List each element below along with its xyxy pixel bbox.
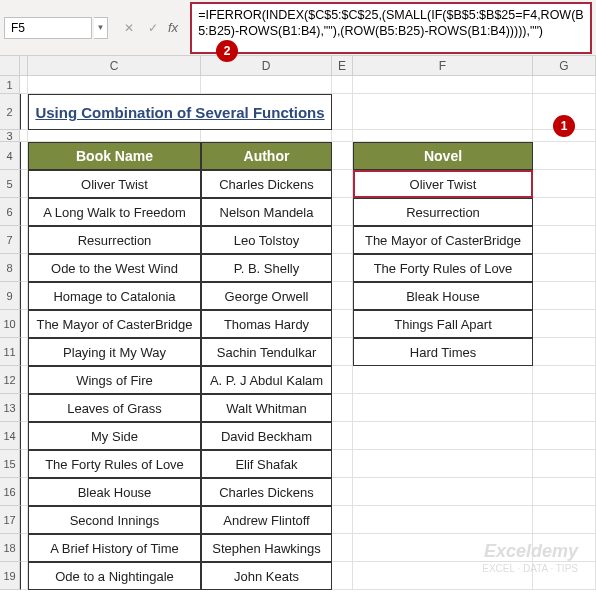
cell[interactable]	[533, 254, 596, 282]
cell-author[interactable]: Charles Dickens	[201, 478, 332, 506]
col-header-C[interactable]: C	[28, 56, 201, 76]
cell[interactable]	[20, 254, 28, 282]
cell[interactable]	[20, 394, 28, 422]
cell-novel[interactable]: The Mayor of CasterBridge	[353, 226, 533, 254]
cell-novel[interactable]	[353, 366, 533, 394]
col-header-B[interactable]	[20, 56, 28, 76]
cell-book[interactable]: The Mayor of CasterBridge	[28, 310, 201, 338]
cell-author[interactable]: A. P. J Abdul Kalam	[201, 366, 332, 394]
cancel-icon[interactable]: ✕	[120, 19, 138, 37]
cell[interactable]	[20, 170, 28, 198]
cell[interactable]	[20, 282, 28, 310]
name-box-dropdown[interactable]: ▼	[94, 17, 108, 39]
cell-author[interactable]: Sachin Tendulkar	[201, 338, 332, 366]
row-header[interactable]: 17	[0, 506, 20, 534]
cell-author[interactable]: Leo Tolstoy	[201, 226, 332, 254]
cell-novel[interactable]: Hard Times	[353, 338, 533, 366]
cell-novel[interactable]: Things Fall Apart	[353, 310, 533, 338]
cell-book[interactable]: Oliver Twist	[28, 170, 201, 198]
row-header[interactable]: 8	[0, 254, 20, 282]
cell-novel[interactable]: Oliver Twist	[353, 170, 533, 198]
cell-author[interactable]: Andrew Flintoff	[201, 506, 332, 534]
row-header[interactable]: 14	[0, 422, 20, 450]
cell[interactable]	[20, 310, 28, 338]
cell[interactable]	[533, 226, 596, 254]
row-header[interactable]: 11	[0, 338, 20, 366]
cell-book[interactable]: Bleak House	[28, 478, 201, 506]
row-header[interactable]: 18	[0, 534, 20, 562]
cell[interactable]	[20, 450, 28, 478]
row-header[interactable]: 7	[0, 226, 20, 254]
cell-author[interactable]: Elif Shafak	[201, 450, 332, 478]
cell[interactable]	[332, 478, 353, 506]
row-header[interactable]: 16	[0, 478, 20, 506]
select-all-corner[interactable]	[0, 56, 20, 76]
cell[interactable]	[20, 226, 28, 254]
cell[interactable]	[20, 478, 28, 506]
header-author[interactable]: Author	[201, 142, 332, 170]
cell[interactable]	[332, 450, 353, 478]
cell[interactable]	[20, 506, 28, 534]
cell-author[interactable]: Thomas Hardy	[201, 310, 332, 338]
cell[interactable]	[332, 254, 353, 282]
col-header-F[interactable]: F	[353, 56, 533, 76]
header-novel[interactable]: Novel	[353, 142, 533, 170]
cell[interactable]	[533, 562, 596, 590]
cell[interactable]	[533, 478, 596, 506]
cell[interactable]	[533, 394, 596, 422]
row-header[interactable]: 5	[0, 170, 20, 198]
name-box[interactable]: F5	[4, 17, 92, 39]
cell-book[interactable]: Second Innings	[28, 506, 201, 534]
row-header[interactable]: 2	[0, 94, 20, 130]
row-header[interactable]: 6	[0, 198, 20, 226]
col-header-E[interactable]: E	[332, 56, 353, 76]
cell-book[interactable]: Wings of Fire	[28, 366, 201, 394]
cell[interactable]	[332, 338, 353, 366]
cell[interactable]	[533, 338, 596, 366]
row-header[interactable]: 19	[0, 562, 20, 590]
cell[interactable]	[332, 282, 353, 310]
cell-book[interactable]: Leaves of Grass	[28, 394, 201, 422]
cell-book[interactable]: Playing it My Way	[28, 338, 201, 366]
cell-novel[interactable]: Resurrection	[353, 198, 533, 226]
cell[interactable]	[20, 562, 28, 590]
row-header[interactable]: 10	[0, 310, 20, 338]
cell-author[interactable]: Charles Dickens	[201, 170, 332, 198]
cell[interactable]	[533, 282, 596, 310]
cell-book[interactable]: My Side	[28, 422, 201, 450]
cell-book[interactable]: A Long Walk to Freedom	[28, 198, 201, 226]
cell-author[interactable]: John Keats	[201, 562, 332, 590]
cells-area[interactable]: Using Combination of Several Functions B…	[20, 76, 596, 590]
cell[interactable]	[332, 198, 353, 226]
confirm-icon[interactable]: ✓	[144, 19, 162, 37]
cell-novel[interactable]	[353, 394, 533, 422]
cell[interactable]	[20, 198, 28, 226]
cell-novel[interactable]	[353, 422, 533, 450]
cell[interactable]	[332, 506, 353, 534]
cell-novel[interactable]	[353, 562, 533, 590]
cell[interactable]	[533, 450, 596, 478]
row-header[interactable]: 15	[0, 450, 20, 478]
row-header[interactable]: 13	[0, 394, 20, 422]
title-cell[interactable]: Using Combination of Several Functions	[28, 94, 332, 130]
cell-novel[interactable]	[353, 506, 533, 534]
row-header[interactable]: 12	[0, 366, 20, 394]
cell-author[interactable]: Walt Whitman	[201, 394, 332, 422]
col-header-G[interactable]: G	[533, 56, 596, 76]
cell[interactable]	[533, 366, 596, 394]
cell-novel[interactable]	[353, 534, 533, 562]
cell-book[interactable]: Ode to the West Wind	[28, 254, 201, 282]
cell[interactable]	[332, 534, 353, 562]
cell-book[interactable]: Ode to a Nightingale	[28, 562, 201, 590]
cell-book[interactable]: A Brief History of Time	[28, 534, 201, 562]
row-header[interactable]: 4	[0, 142, 20, 170]
cell-author[interactable]: George Orwell	[201, 282, 332, 310]
row-header[interactable]: 3	[0, 130, 20, 142]
cell[interactable]	[20, 338, 28, 366]
header-book[interactable]: Book Name	[28, 142, 201, 170]
cell[interactable]	[20, 534, 28, 562]
cell-author[interactable]: P. B. Shelly	[201, 254, 332, 282]
cell-novel[interactable]	[353, 478, 533, 506]
cell[interactable]	[332, 170, 353, 198]
row-header[interactable]: 1	[0, 76, 20, 94]
